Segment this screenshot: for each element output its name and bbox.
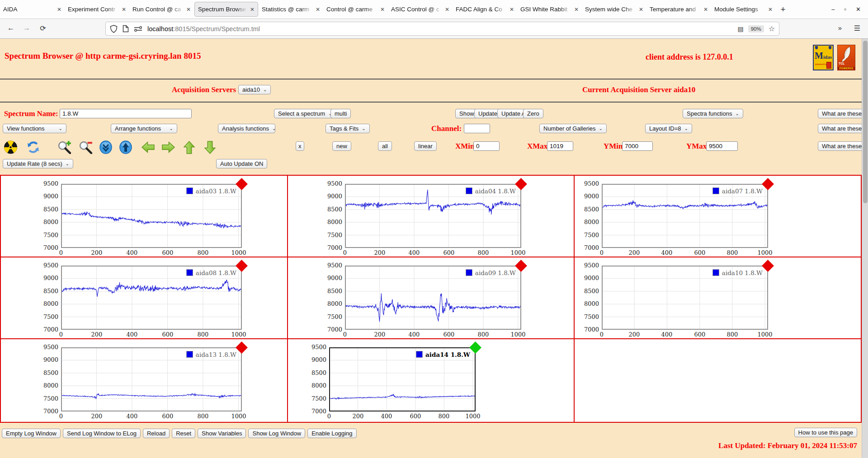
spectra-functions-dropdown[interactable]: Spectra functions⌄ <box>683 109 743 118</box>
browser-tab-spectrum-browse[interactable]: Spectrum Browse✕ <box>194 2 258 17</box>
all-button[interactable]: all <box>378 141 392 151</box>
tab-close-icon[interactable]: ✕ <box>574 6 579 13</box>
overflow-chevrons-icon[interactable]: » <box>835 24 845 32</box>
x-axis-button[interactable]: x <box>296 141 304 151</box>
plot-cell-aida07[interactable]: 7000750080008500900095000200400600800100… <box>575 176 861 257</box>
enable-logging-button[interactable]: Enable Logging <box>307 429 356 438</box>
collapse-down-icon[interactable] <box>99 140 113 154</box>
acquisition-server-select[interactable]: aida10⌄ <box>238 85 271 94</box>
browser-tab-experiment-contr[interactable]: Experiment Contr✕ <box>65 0 129 19</box>
arrow-down-icon[interactable] <box>203 140 217 154</box>
show-log-window-button[interactable]: Show Log Window <box>248 429 305 438</box>
channel-input[interactable] <box>464 124 490 133</box>
xmin-input[interactable] <box>473 141 500 151</box>
tab-close-icon[interactable]: ✕ <box>509 6 514 13</box>
forward-button[interactable]: → <box>21 24 32 32</box>
plot-cell-aida13[interactable]: 7000750080008500900095000200400600800100… <box>1 339 288 422</box>
ymax-input[interactable] <box>706 141 738 151</box>
page-icon[interactable] <box>123 25 129 33</box>
browser-tab-statistics-carm[interactable]: Statistics @ carm✕ <box>259 0 323 19</box>
minimize-button[interactable]: – <box>831 6 835 13</box>
what-are-these-button-3[interactable]: What are these? <box>818 141 868 151</box>
reload-button[interactable]: ⟳ <box>38 24 48 33</box>
close-button[interactable]: ✕ <box>856 6 861 13</box>
spectrum-name-input[interactable] <box>60 109 192 118</box>
arrow-up-icon[interactable] <box>182 140 196 154</box>
show-variables-button[interactable]: Show Variables <box>198 429 246 438</box>
plot-cell-aida10[interactable]: 7000750080008500900095000200400600800100… <box>575 257 861 339</box>
x-tick-label: 1000 <box>230 331 248 338</box>
view-functions-dropdown[interactable]: View functions⌄ <box>3 124 66 133</box>
permissions-icon[interactable] <box>134 26 142 32</box>
url-bar[interactable]: localhost:8015/Spectrum/Spectrum.tml ▤ 9… <box>105 22 779 36</box>
tab-close-icon[interactable]: ✕ <box>768 6 773 13</box>
tab-close-icon[interactable]: ✕ <box>380 6 385 13</box>
tab-close-icon[interactable]: ✕ <box>250 6 255 13</box>
tab-close-icon[interactable]: ✕ <box>703 6 708 13</box>
browser-tab-control-carme[interactable]: Control @ carme✕ <box>323 0 388 19</box>
number-of-galleries-dropdown[interactable]: Number of Galleries⌄ <box>539 124 607 133</box>
layout-id-dropdown[interactable]: Layout ID=8⌄ <box>645 124 692 133</box>
tags-fits-dropdown[interactable]: Tags & Fits⌄ <box>326 124 370 133</box>
reader-mode-icon[interactable]: ▤ <box>737 25 743 33</box>
ymin-input[interactable] <box>622 141 653 151</box>
zoom-out-icon[interactable] <box>78 140 92 154</box>
plot-cell-aida09[interactable]: 7000750080008500900095000200400600800100… <box>288 257 575 339</box>
refresh-icon[interactable] <box>26 140 40 154</box>
tab-close-icon[interactable]: ✕ <box>639 6 643 13</box>
tab-close-icon[interactable]: ✕ <box>122 6 126 13</box>
new-button[interactable]: new <box>332 141 351 151</box>
tab-close-icon[interactable]: ✕ <box>186 6 191 13</box>
shield-icon[interactable] <box>110 25 118 33</box>
url-text[interactable]: localhost:8015/Spectrum/Spectrum.tml <box>147 25 260 33</box>
how-to-use-button[interactable]: How to use this page <box>794 428 857 437</box>
arrow-left-icon[interactable] <box>141 140 155 154</box>
plot-cell-aida08[interactable]: 7000750080008500900095000200400600800100… <box>1 257 288 339</box>
y-tick-label: 7500 <box>38 395 58 402</box>
plot-cell-empty[interactable] <box>575 339 861 422</box>
arrow-right-icon[interactable] <box>161 140 175 154</box>
browser-tab-fadc-align-co[interactable]: FADC Align & Co✕ <box>453 0 517 19</box>
select-spectrum-dropdown[interactable]: Select a spectrum⌄ <box>274 109 336 118</box>
back-button[interactable]: ← <box>5 24 16 32</box>
auto-update-button[interactable]: Auto Update ON <box>216 159 267 168</box>
browser-tab-gsi-white-rabbit[interactable]: GSI White Rabbit✕ <box>517 0 582 19</box>
zero-button[interactable]: Zero <box>523 109 543 118</box>
browser-tab-temperature-and[interactable]: Temperature and✕ <box>646 0 711 19</box>
expand-up-icon[interactable] <box>119 140 133 154</box>
browser-tab-system-wide-che[interactable]: System wide Che✕ <box>582 0 646 19</box>
plot-cell-aida03[interactable]: 7000750080008500900095000200400600800100… <box>1 176 288 257</box>
xmax-input[interactable] <box>547 141 573 151</box>
analysis-functions-dropdown[interactable]: Analysis functions⌄ <box>218 124 275 133</box>
tab-close-icon[interactable]: ✕ <box>316 6 320 13</box>
update-rate-dropdown[interactable]: Update Rate (8 secs)⌄ <box>3 159 73 168</box>
zoom-level-badge[interactable]: 90% <box>748 25 764 33</box>
x-tick-label: 1000 <box>230 413 248 420</box>
browser-tab-aida[interactable]: AIDA✕ <box>0 0 65 19</box>
radiation-icon[interactable] <box>4 140 18 154</box>
arrange-functions-dropdown[interactable]: Arrange functions⌄ <box>111 124 177 133</box>
multi-button[interactable]: multi <box>330 109 351 118</box>
tab-close-icon[interactable]: ✕ <box>57 6 61 13</box>
zoom-in-icon[interactable] <box>57 140 71 154</box>
what-are-these-button-2[interactable]: What are these? <box>818 124 868 133</box>
scrollbar-thumb[interactable] <box>863 41 868 203</box>
browser-tab-asic-control-c[interactable]: ASIC Control @ c✕ <box>388 0 453 19</box>
empty-log-window-button[interactable]: Empty Log Window <box>2 429 61 438</box>
send-log-window-to-elog-button[interactable]: Send Log Window to ELog <box>63 429 141 438</box>
tab-close-icon[interactable]: ✕ <box>445 6 449 13</box>
plot-cell-aida14[interactable]: 7000750080008500900095000200400600800100… <box>288 339 575 422</box>
browser-tab-run-control-ca[interactable]: Run Control @ ca✕ <box>129 0 194 19</box>
new-tab-button[interactable]: + <box>776 5 790 14</box>
reset-button[interactable]: Reset <box>172 429 195 438</box>
vertical-scrollbar[interactable] <box>862 39 868 458</box>
bookmark-star-icon[interactable]: ☆ <box>769 24 775 33</box>
hamburger-menu-icon[interactable]: ☰ <box>852 24 863 33</box>
maximize-button[interactable]: ▫ <box>844 6 846 13</box>
browser-tab-module-settings[interactable]: Module Settings✕ <box>711 0 776 19</box>
y-tick-label: 9500 <box>38 344 58 351</box>
linear-button[interactable]: linear <box>414 141 437 151</box>
what-are-these-button-1[interactable]: What are these? <box>818 109 868 118</box>
plot-cell-aida04[interactable]: 7000750080008500900095000200400600800100… <box>288 176 575 257</box>
reload-button[interactable]: Reload <box>143 429 170 438</box>
